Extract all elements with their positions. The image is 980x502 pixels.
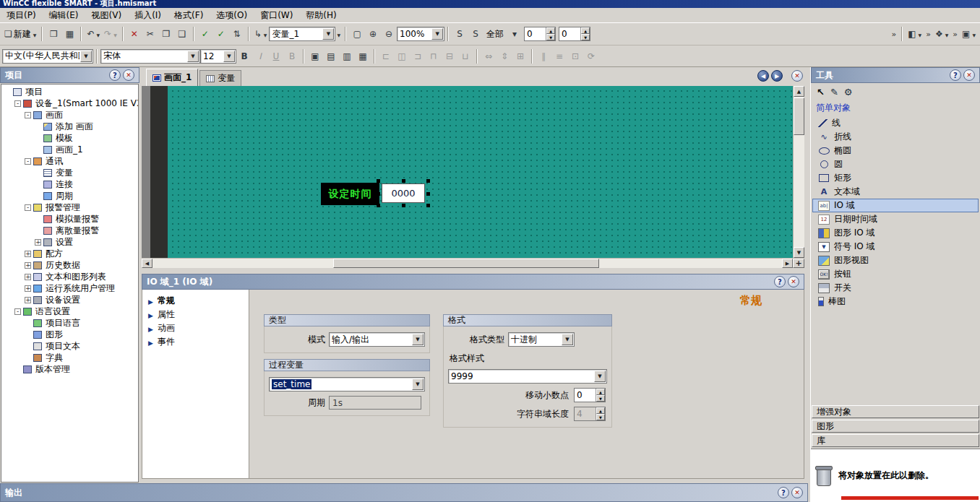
format-type-combo[interactable]: 十进制 <box>508 332 575 347</box>
scroll-up-icon[interactable] <box>794 86 804 97</box>
collapse-icon[interactable]: - <box>25 204 31 211</box>
tools-section-2[interactable]: 库 <box>812 434 979 447</box>
object-tag-button[interactable]: ❖ <box>933 26 950 42</box>
resize-handle[interactable] <box>402 179 405 183</box>
tree-item-1[interactable]: -设备_1(Smart 1000 IE V3) <box>1 98 138 109</box>
tab-close-icon[interactable] <box>791 70 803 82</box>
scroll-down-icon[interactable] <box>794 247 804 258</box>
menu-item-5[interactable]: 选项(O) <box>210 8 254 23</box>
delete-button[interactable]: ✕ <box>126 26 142 42</box>
tool-item-12[interactable]: 开关 <box>812 281 979 295</box>
close-icon[interactable] <box>788 276 799 287</box>
chevron-down-icon[interactable] <box>322 28 334 40</box>
chevron-down-icon[interactable] <box>594 371 606 382</box>
tree-item-24[interactable]: 版本管理 <box>1 363 138 375</box>
mode-combo[interactable]: 输入/输出 <box>329 332 425 347</box>
y-position-spinner[interactable]: 0 <box>559 27 590 41</box>
tree-item-13[interactable]: +设置 <box>1 236 138 248</box>
chevron-down-icon[interactable] <box>431 28 443 40</box>
collapse-icon[interactable]: - <box>14 100 21 107</box>
bold-button[interactable]: B <box>236 48 252 64</box>
tree-item-21[interactable]: 图形 <box>1 329 138 340</box>
menu-item-1[interactable]: 编辑(E) <box>43 8 85 23</box>
paste-button[interactable]: ❑ <box>174 26 190 42</box>
screen-preview-button[interactable]: ▣ <box>960 26 978 42</box>
tool-item-2[interactable]: 椭圆 <box>812 144 979 157</box>
tool-item-6[interactable]: IO 域 <box>812 199 979 212</box>
scroll-right-icon[interactable] <box>782 259 793 268</box>
object-window-button[interactable]: ▥ <box>339 48 355 64</box>
tree-item-20[interactable]: 项目语言 <box>1 317 138 329</box>
tab-0[interactable]: 画面_1 <box>146 69 198 86</box>
layer-back-button[interactable]: S <box>468 26 483 42</box>
layer-front-button[interactable]: S <box>452 26 468 42</box>
tools-section-0[interactable]: 增强对象 <box>812 405 979 418</box>
toolbar-more-3[interactable]: » <box>953 30 958 39</box>
resize-handle[interactable] <box>402 204 405 207</box>
time-text-label[interactable]: 设定时间 <box>321 183 379 205</box>
expand-icon[interactable]: + <box>35 239 41 246</box>
tree-item-16[interactable]: +文本和图形列表 <box>1 271 138 282</box>
tool-item-9[interactable]: 符号 IO 域 <box>812 240 979 254</box>
tag-select-combo[interactable]: 变量_1 <box>269 27 335 41</box>
resize-handle[interactable] <box>377 204 380 207</box>
tool-item-11[interactable]: 按钮 <box>812 267 979 281</box>
chevron-down-icon[interactable] <box>80 51 92 62</box>
tree-item-5[interactable]: 画面_1 <box>1 144 138 155</box>
help-icon[interactable] <box>950 69 961 81</box>
pencil-icon[interactable]: ✎ <box>830 87 838 98</box>
spinner-buttons[interactable] <box>546 27 555 40</box>
tool-item-3[interactable]: 圆 <box>812 157 979 171</box>
help-icon[interactable] <box>109 69 121 81</box>
menu-item-0[interactable]: 项目(P) <box>0 8 43 23</box>
tree-item-8[interactable]: 连接 <box>1 178 138 190</box>
tree-item-10[interactable]: -报警管理 <box>1 202 138 213</box>
fill-style-button[interactable]: ◧ <box>906 26 924 42</box>
tree-item-4[interactable]: 模板 <box>1 132 138 144</box>
hmi-screen[interactable]: 设定时间 0000 <box>168 86 793 258</box>
tool-item-5[interactable]: 文本域 <box>812 185 979 199</box>
tools-section-1[interactable]: 图形 <box>812 420 979 433</box>
tree-item-17[interactable]: +运行系统用户管理 <box>1 282 138 294</box>
copy-button[interactable]: ❐ <box>158 26 174 42</box>
help-icon[interactable] <box>774 276 786 287</box>
tree-item-2[interactable]: -画面 <box>1 109 138 121</box>
screen-canvas[interactable]: 设定时间 0000 <box>142 86 793 258</box>
collapse-icon[interactable]: - <box>14 308 21 315</box>
generate-button[interactable]: ✓ <box>213 26 229 42</box>
help-icon[interactable] <box>778 487 789 498</box>
undo-button[interactable]: ↶ <box>85 26 102 42</box>
tree-item-19[interactable]: -语言设置 <box>1 306 138 317</box>
layer-select-button[interactable]: ▾ <box>507 26 523 42</box>
properties-nav-3[interactable]: 事件 <box>142 335 249 349</box>
tool-item-0[interactable]: 线 <box>812 116 979 130</box>
cut-button[interactable]: ✂ <box>142 26 158 42</box>
expand-icon[interactable]: + <box>25 274 31 280</box>
expand-icon[interactable]: + <box>25 262 31 269</box>
tag-window-button[interactable]: ▣ <box>307 48 323 64</box>
chevron-down-icon[interactable] <box>337 29 340 39</box>
menu-item-6[interactable]: 窗口(W) <box>254 8 299 23</box>
chevron-down-icon[interactable] <box>187 51 199 62</box>
chevron-down-icon[interactable] <box>412 334 424 345</box>
tool-item-10[interactable]: 图形视图 <box>812 254 979 267</box>
close-icon[interactable] <box>791 487 803 498</box>
properties-nav-0[interactable]: 常规 <box>142 294 249 308</box>
x-position-spinner[interactable]: 0 <box>524 27 556 41</box>
zoom-out-button[interactable]: ⊖ <box>381 26 397 42</box>
tree-item-12[interactable]: 离散量报警 <box>1 225 138 236</box>
toolbar-more-1[interactable]: » <box>891 30 896 39</box>
tool-item-7[interactable]: 日期时间域 <box>812 212 979 226</box>
scroll-left-icon[interactable] <box>142 259 152 268</box>
process-tag-combo[interactable]: set_time <box>269 377 425 391</box>
open-button[interactable]: ❒ <box>46 26 61 42</box>
resize-handle[interactable] <box>426 192 430 196</box>
resize-handle[interactable] <box>377 192 380 196</box>
toolbar-more-2[interactable]: » <box>926 30 931 39</box>
expand-icon[interactable]: + <box>25 285 31 292</box>
horizontal-scrollbar[interactable] <box>142 258 804 268</box>
decimal-shift-spinner[interactable]: 0 <box>574 388 606 402</box>
tool-item-13[interactable]: 棒图 <box>812 295 979 308</box>
menu-item-7[interactable]: 帮助(H) <box>299 8 343 23</box>
tree-item-15[interactable]: +历史数据 <box>1 259 138 271</box>
